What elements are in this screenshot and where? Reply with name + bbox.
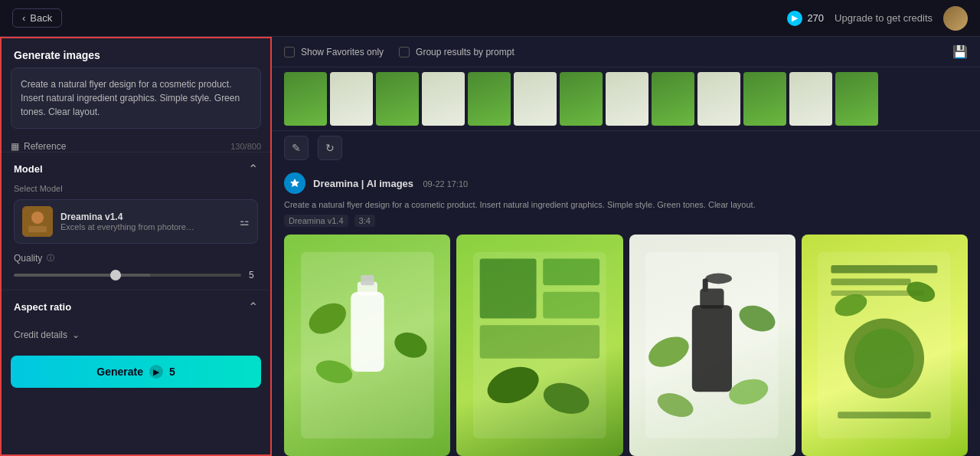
model-name: Dreamina v1.4 — [60, 212, 232, 222]
svg-rect-2 — [28, 226, 47, 232]
svg-rect-18 — [692, 305, 732, 392]
reference-row: ▦ Reference 130/800 — [11, 141, 261, 152]
quality-label: Quality — [14, 253, 42, 264]
aspect-ratio-title: Aspect ratio — [14, 301, 71, 313]
thumbnail-item[interactable] — [697, 72, 740, 126]
card-content-4 — [802, 235, 968, 457]
generate-button[interactable]: Generate ▶ 5 — [11, 356, 261, 388]
slider-row: 5 — [14, 270, 258, 280]
model-section-title: Model — [14, 163, 43, 175]
sidebar: Generate images Create a natural flyer d… — [0, 37, 272, 456]
credit-details-row[interactable]: Credit details ⌄ — [14, 326, 258, 343]
sidebar-title: Generate images — [2, 38, 270, 67]
model-info: Dreamina v1.4 Excels at everything from … — [60, 212, 232, 231]
image-grid — [284, 235, 968, 457]
image-card-2[interactable] — [456, 235, 622, 457]
content-area: Show Favorites only Group results by pro… — [272, 37, 980, 456]
model-section-header: Model ⌃ — [14, 162, 258, 176]
result-tags: Dreamina v1.4 3:4 — [284, 215, 968, 227]
thumbnail-item[interactable] — [376, 72, 419, 126]
reference-button[interactable]: ▦ Reference — [11, 141, 66, 152]
credit-details-section: Credit details ⌄ — [2, 326, 270, 348]
credits-count: 270 — [807, 12, 824, 24]
svg-rect-29 — [831, 265, 938, 273]
svg-rect-4 — [351, 292, 384, 372]
refresh-icon-button[interactable]: ↻ — [318, 136, 342, 160]
thumbnail-item[interactable] — [789, 72, 832, 126]
result-author-icon — [284, 172, 305, 194]
main-layout: Generate images Create a natural flyer d… — [0, 37, 980, 456]
prompt-text[interactable]: Create a natural flyer design for a cosm… — [11, 67, 261, 129]
back-label: Back — [30, 12, 52, 24]
result-model-tag: Dreamina v1.4 — [284, 215, 348, 227]
thumbnail-item[interactable] — [743, 72, 786, 126]
quality-slider[interactable] — [14, 274, 241, 277]
show-favorites-checkbox[interactable] — [284, 47, 295, 57]
svg-rect-6 — [361, 275, 374, 285]
thumbnail-item[interactable] — [284, 72, 327, 126]
credit-details-label: Credit details — [14, 330, 67, 340]
generate-count: 5 — [169, 366, 175, 378]
select-model-label: Select Model — [14, 184, 258, 193]
back-chevron-icon: ‹ — [22, 12, 25, 24]
thumbnail-item[interactable] — [835, 72, 878, 126]
image-card-3[interactable] — [629, 235, 795, 457]
thumbnail-item[interactable] — [330, 72, 373, 126]
thumbnail-item[interactable] — [422, 72, 465, 126]
group-results-checkbox[interactable] — [399, 47, 410, 57]
model-thumbnail — [22, 206, 53, 237]
quality-row: Quality ⓘ — [14, 253, 258, 264]
image-card-4[interactable] — [802, 235, 968, 457]
upgrade-button[interactable]: Upgrade to get credits — [835, 12, 933, 24]
thumbnail-item[interactable] — [514, 72, 557, 126]
reference-icon: ▦ — [11, 141, 19, 152]
svg-rect-34 — [838, 412, 932, 418]
reference-label: Reference — [24, 141, 66, 152]
svg-point-28 — [854, 329, 914, 389]
char-count: 130/800 — [230, 142, 261, 151]
edit-icon-button[interactable]: ✎ — [284, 136, 309, 160]
result-section: Dreamina | AI images 09-22 17:10 Create … — [272, 165, 980, 456]
thumbnail-item[interactable] — [606, 72, 648, 126]
result-header: Dreamina | AI images 09-22 17:10 — [284, 165, 968, 198]
result-ratio-tag: 3:4 — [354, 215, 375, 227]
thumbnail-item[interactable] — [560, 72, 603, 126]
aspect-ratio-toggle[interactable]: ⌃ — [248, 300, 258, 314]
thumbnail-strip — [272, 67, 980, 131]
svg-rect-13 — [543, 292, 599, 319]
model-item[interactable]: Dreamina v1.4 Excels at everything from … — [14, 199, 258, 244]
result-prompt-text: Create a natural flyer design for a cosm… — [284, 198, 968, 212]
group-results-label: Group results by prompt — [416, 47, 514, 57]
generate-icon: ▶ — [149, 365, 163, 379]
back-button[interactable]: ‹ Back — [12, 8, 62, 28]
thumbnail-item[interactable] — [468, 72, 511, 126]
card-content-2 — [456, 235, 622, 457]
model-section: Model ⌃ Select Model Dreamina v1.4 Excel… — [2, 152, 270, 290]
topbar-right: ▶ 270 Upgrade to get credits — [787, 6, 968, 31]
image-card-1[interactable] — [284, 235, 450, 457]
svg-point-1 — [31, 212, 44, 224]
show-favorites-label: Show Favorites only — [301, 47, 384, 57]
save-icon[interactable]: 💾 — [952, 44, 968, 59]
result-datetime: 09-22 17:10 — [423, 179, 469, 189]
model-settings-icon[interactable]: ⚍ — [240, 215, 250, 228]
model-section-toggle[interactable]: ⌃ — [248, 162, 258, 176]
aspect-ratio-section: Aspect ratio ⌃ — [2, 290, 270, 326]
result-meta: Dreamina | AI images 09-22 17:10 — [313, 176, 968, 190]
svg-point-21 — [705, 273, 732, 284]
svg-rect-30 — [831, 278, 911, 285]
credits-icon: ▶ — [787, 11, 802, 26]
credits-badge: ▶ 270 — [787, 11, 824, 26]
quality-info-icon[interactable]: ⓘ — [47, 253, 54, 264]
topbar: ‹ Back ▶ 270 Upgrade to get credits — [0, 0, 980, 37]
group-results-toggle[interactable]: Group results by prompt — [399, 47, 514, 57]
thumbnail-item[interactable] — [652, 72, 694, 126]
action-row: ✎ ↻ — [272, 131, 980, 165]
generate-label: Generate — [96, 366, 143, 378]
show-favorites-toggle[interactable]: Show Favorites only — [284, 47, 384, 57]
user-avatar[interactable] — [943, 6, 968, 31]
card-content-3 — [629, 235, 795, 457]
quality-value: 5 — [249, 270, 258, 280]
model-desc: Excels at everything from photoreali... — [60, 222, 198, 231]
credit-details-chevron-icon: ⌄ — [72, 330, 80, 340]
